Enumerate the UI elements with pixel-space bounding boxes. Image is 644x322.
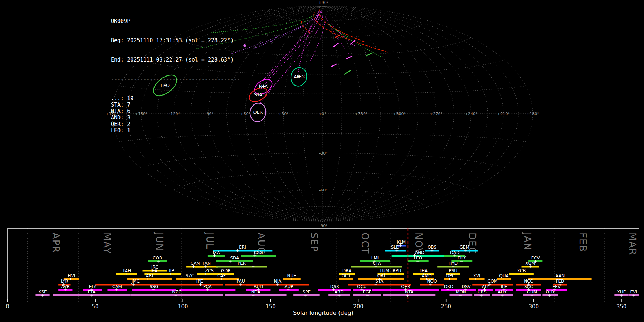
shower-label: IIP [169,268,174,273]
radiant-map-and-timeline-plot: LEONTASTAOERAND+180°+150°+120°+90°+60°+3… [0,0,644,322]
shower-label: FAN [203,261,211,266]
shower-counts: ...: 19STA: 7NTA: 6AND: 3OER: 2LEO: 1 [111,95,240,134]
lon-axis-label: +270° [430,112,443,116]
lon-axis-label: +0° [318,112,326,116]
shower-label: DRA [342,268,352,273]
shower-label: NTA [405,289,414,294]
shower-label: ALY [482,284,489,289]
shower-label: GUM [527,289,537,294]
begin-time: Beg: 20251110 17:31:53 (sol = 228.22°) [111,37,240,44]
shower-label: NIA [274,279,282,284]
shower-label: IPE [196,279,203,284]
activity-timeline: APRMAYJUNJULAUGSEPOCTNOVDECJANFEBMAR0501… [6,228,639,316]
shower-bar-sld [385,250,406,252]
shower-label: DAD [450,250,459,255]
meteor-trail [345,70,351,74]
shower-label: SCC [524,284,533,289]
shower-label: HVI [68,273,75,278]
shower-label: ARI [146,273,153,278]
shower-label: ELY [89,284,97,289]
meteor-trail [314,13,387,52]
shower-label: THA [419,268,428,273]
shower-label: OCT [342,273,351,278]
shower-label: ARD [335,289,344,294]
shower-label: CTA [373,261,381,266]
shower-label: ILE [501,284,507,289]
end-time: End: 20251111 03:22:27 (sol = 228.63°) [111,57,240,63]
shower-label: AUR [284,284,293,289]
shower-label: MON [456,289,466,294]
shower-label: DSV [462,284,471,289]
x-axis-title: Solar longitude (deg) [293,309,353,316]
shower-label: XUM [525,261,535,266]
meteor-trail [333,43,338,47]
month-label: OCT [360,233,370,254]
shower-label: KLM [397,240,406,245]
meteor-trail [336,31,381,57]
shower-label: FTA [88,289,96,294]
shower-label: ZCS [205,268,214,273]
station-code: UK009P [111,18,240,24]
shower-label: OCU [357,284,367,289]
shower-label: SSG [150,284,158,289]
shower-label: IXA [213,250,220,255]
month-label: APR [50,233,61,253]
shower-label: LUM [380,268,389,273]
shower-label: PCA [203,284,212,289]
shower-bar-nda [225,294,287,296]
lon-axis-label: +330° [355,112,368,116]
x-tick-label: 250 [441,303,451,310]
shower-label: JMC [131,279,140,284]
shower-label: CAP [217,273,226,278]
shower-bar-ixa [208,255,225,257]
shower-label: OBS [428,245,436,250]
shower-label: DPC [446,273,455,278]
shower-label: STA [375,279,384,284]
shower-label: NCC [524,279,533,284]
month-label: JUL [204,232,215,249]
shower-label: EGE [363,289,371,294]
lon-axis-label: +300° [393,112,406,116]
x-tick-label: 350 [616,303,627,310]
meteor-observation-screen: UK009P Beg: 20251110 17:31:53 (sol = 228… [0,0,644,322]
shower-label: AHY [498,289,507,294]
shower-label: ERI [239,245,246,250]
x-tick-label: 200 [353,303,364,310]
meteor-trail [259,15,319,85]
shower-label: ECV [531,255,540,260]
shower-label: OER [401,284,410,289]
shower-label: AAN [556,273,565,278]
lon-axis-label: +210° [497,112,510,116]
shower-label: DSX [330,284,339,289]
shower-bar-xcb [509,273,534,275]
shower-label: FEV [552,284,561,289]
shower-label: NOO [427,279,437,284]
x-tick-label: 100 [178,303,188,310]
shower-label: LEO [414,255,422,260]
meteor-trail [301,21,310,33]
shower-label: NZC [172,289,181,294]
shower-label: OHY [546,289,555,294]
count-line: ...: 19 [111,95,240,102]
shower-label: QUA [499,273,509,278]
shower-label: SLD [391,245,400,250]
meteor-trail [335,35,340,38]
meteor-trail [268,10,321,78]
sky-map-dot [243,44,246,47]
shower-label: CAN [191,261,200,266]
shower-label: HYD [449,261,458,266]
count-line: NTA: 6 [111,108,240,114]
shower-label: DKD [444,284,453,289]
shower-label: AMO [422,273,432,278]
shower-label: KSE [39,289,47,294]
month-label: JUN [154,232,165,251]
shower-bar-eri [213,250,273,252]
shower-bar-noo [420,284,444,286]
shower-label: EVI [630,289,637,294]
shower-label: IEA [151,268,158,273]
meteor-trail [252,11,321,49]
shower-label: FED [556,279,565,284]
meteor-trail [331,64,337,67]
shower-label: PAU [236,279,245,284]
meteor-trail [326,17,349,54]
